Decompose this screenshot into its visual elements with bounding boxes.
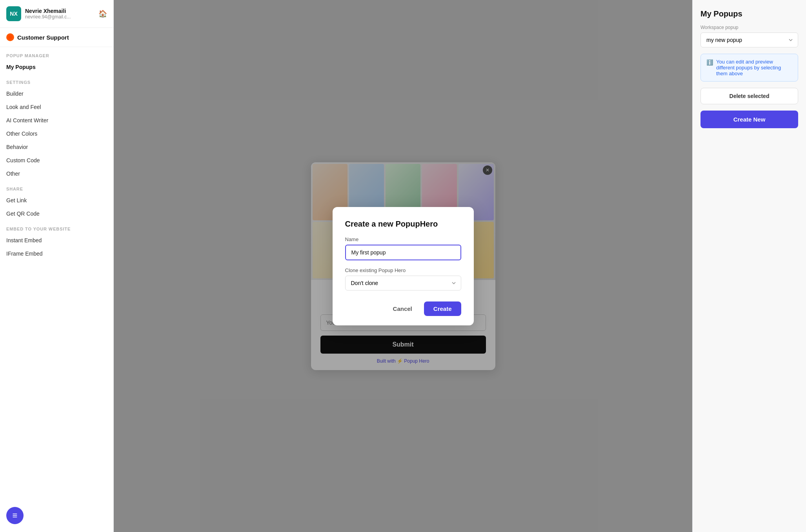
sidebar-item-other[interactable]: Other bbox=[0, 167, 113, 180]
sidebar-item-behavior[interactable]: Behavior bbox=[0, 140, 113, 154]
workspace-popup-select[interactable]: my new popup bbox=[700, 33, 798, 47]
info-icon: ℹ️ bbox=[706, 59, 713, 65]
section-label-popup-manager: POPUP MANAGER bbox=[0, 47, 113, 60]
create-popup-modal: Create a new PopupHero Name Clone existi… bbox=[333, 207, 474, 325]
sidebar-menu-button[interactable]: ≡ bbox=[6, 507, 24, 524]
sidebar-item-instant-embed[interactable]: Instant Embed bbox=[0, 234, 113, 247]
sidebar-item-ai-content-writer[interactable]: AI Content Writer bbox=[0, 114, 113, 127]
avatar: NX bbox=[6, 6, 21, 21]
modal-title: Create a new PopupHero bbox=[345, 220, 461, 229]
modal-create-button[interactable]: Create bbox=[424, 301, 461, 316]
modal-clone-label: Clone existing Popup Hero bbox=[345, 267, 461, 273]
workspace-popup-label: Workspace popup bbox=[700, 25, 798, 30]
modal-clone-select[interactable]: Don't clone bbox=[345, 276, 461, 291]
user-name: Nevrie Xhemaili bbox=[25, 8, 95, 14]
sidebar: NX Nevrie Xhemaili nevriee.94@gmail.c...… bbox=[0, 0, 114, 532]
modal-overlay: Create a new PopupHero Name Clone existi… bbox=[114, 0, 692, 532]
workspace-popup-section: Workspace popup my new popup bbox=[700, 25, 798, 47]
sidebar-scroll-area: POPUP MANAGER My Popups SETTINGS Builder… bbox=[0, 47, 113, 532]
sidebar-item-iframe-embed[interactable]: IFrame Embed bbox=[0, 247, 113, 260]
section-label-share: SHARE bbox=[0, 180, 113, 194]
sidebar-item-get-link[interactable]: Get Link bbox=[0, 194, 113, 207]
brand-name: Customer Support bbox=[17, 34, 69, 41]
sidebar-item-look-and-feel[interactable]: Look and Feel bbox=[0, 100, 113, 114]
sidebar-brand: Customer Support bbox=[0, 28, 113, 47]
user-email: nevriee.94@gmail.c... bbox=[25, 14, 95, 20]
brand-logo-icon bbox=[6, 33, 14, 41]
info-box: ℹ️ You can edit and preview different po… bbox=[700, 54, 798, 82]
sidebar-header: NX Nevrie Xhemaili nevriee.94@gmail.c...… bbox=[0, 0, 113, 28]
sidebar-item-other-colors[interactable]: Other Colors bbox=[0, 127, 113, 140]
modal-footer: Cancel Create bbox=[345, 301, 461, 316]
main-content: ✕ Lo Lo Submit Built with ⚡ Popup Hero C… bbox=[114, 0, 692, 532]
section-label-settings: SETTINGS bbox=[0, 74, 113, 87]
modal-cancel-button[interactable]: Cancel bbox=[386, 301, 419, 316]
right-panel: My Popups Workspace popup my new popup ℹ… bbox=[692, 0, 806, 532]
modal-name-input[interactable] bbox=[345, 245, 461, 260]
user-info: Nevrie Xhemaili nevriee.94@gmail.c... bbox=[25, 8, 95, 20]
modal-name-label: Name bbox=[345, 236, 461, 242]
sidebar-item-my-popups[interactable]: My Popups bbox=[0, 60, 113, 74]
sidebar-item-get-qr-code[interactable]: Get QR Code bbox=[0, 207, 113, 220]
sidebar-item-builder[interactable]: Builder bbox=[0, 87, 113, 100]
home-icon[interactable]: 🏠 bbox=[98, 9, 107, 18]
sidebar-item-custom-code[interactable]: Custom Code bbox=[0, 154, 113, 167]
section-label-embed: EMBED TO YOUR WEBSITE bbox=[0, 220, 113, 234]
info-box-text: You can edit and preview different popup… bbox=[716, 59, 792, 76]
create-new-button[interactable]: Create New bbox=[700, 111, 798, 128]
delete-selected-button[interactable]: Delete selected bbox=[700, 88, 798, 104]
right-panel-title: My Popups bbox=[700, 9, 798, 18]
